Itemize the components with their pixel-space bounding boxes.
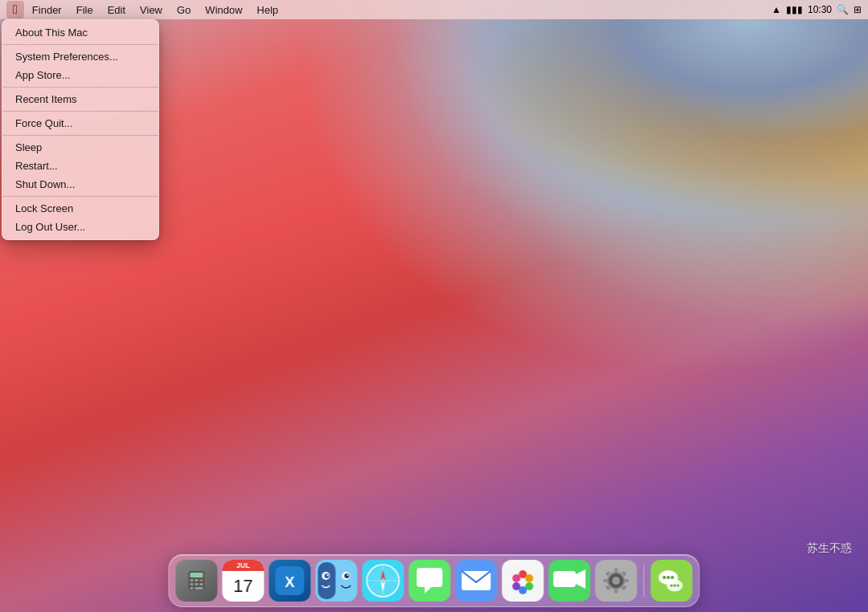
menu-restart[interactable]: Restart... xyxy=(2,157,158,175)
dock-container: JUL 17 X xyxy=(169,554,700,607)
menu-separator-3 xyxy=(2,111,158,112)
menubar:  Finder File Edit View Go Window Help ▲… xyxy=(0,0,868,19)
calendar-day: 17 xyxy=(223,571,264,602)
svg-rect-8 xyxy=(190,587,194,590)
svg-rect-5 xyxy=(190,583,194,585)
menubar-spotlight-icon[interactable]: 🔍 xyxy=(837,4,849,15)
dock-photos[interactable] xyxy=(502,560,544,602)
svg-point-59 xyxy=(677,585,679,587)
menu-lock-screen[interactable]: Lock Screen xyxy=(2,199,158,218)
menubar-window[interactable]: Window xyxy=(199,2,248,18)
svg-rect-7 xyxy=(200,583,203,585)
dock-safari[interactable] xyxy=(362,560,404,602)
svg-text:X: X xyxy=(285,574,294,590)
menu-log-out[interactable]: Log Out User... xyxy=(2,218,158,236)
calendar-month: JUL xyxy=(223,560,264,571)
menubar-battery-icon[interactable]: ▮▮▮ xyxy=(786,4,803,15)
dock-separator xyxy=(644,565,645,597)
svg-rect-14 xyxy=(338,562,355,599)
menu-force-quit[interactable]: Force Quit... xyxy=(2,114,158,133)
menubar-finder[interactable]: Finder xyxy=(26,2,68,18)
svg-rect-9 xyxy=(195,587,203,590)
dock-wechat[interactable] xyxy=(651,560,693,602)
dock: JUL 17 X xyxy=(169,554,700,607)
svg-point-42 xyxy=(612,577,620,585)
svg-rect-46 xyxy=(624,579,629,582)
svg-rect-13 xyxy=(318,562,336,599)
watermark: 苏生不惑 xyxy=(807,541,852,556)
dock-system-preferences[interactable] xyxy=(596,560,637,602)
svg-point-55 xyxy=(671,576,674,579)
svg-point-16 xyxy=(325,573,330,578)
svg-point-20 xyxy=(347,574,349,576)
dock-calculator[interactable] xyxy=(176,560,218,602)
menubar-file[interactable]: File xyxy=(70,2,100,18)
svg-point-58 xyxy=(674,585,676,587)
dock-messages[interactable] xyxy=(409,560,451,602)
svg-point-35 xyxy=(513,582,521,590)
menu-separator-5 xyxy=(2,196,158,197)
menu-separator-4 xyxy=(2,135,158,136)
svg-rect-2 xyxy=(190,579,194,581)
menu-sleep[interactable]: Sleep xyxy=(2,138,158,157)
menu-separator-2 xyxy=(2,87,158,88)
svg-rect-45 xyxy=(604,579,608,582)
menu-system-preferences[interactable]: System Preferences... xyxy=(2,47,158,66)
dock-xcode[interactable]: X xyxy=(269,560,311,602)
dock-calendar[interactable]: JUL 17 xyxy=(223,560,264,602)
svg-point-57 xyxy=(670,585,673,587)
menu-shut-down[interactable]: Shut Down... xyxy=(2,175,158,194)
svg-rect-44 xyxy=(615,589,618,594)
dock-facetime[interactable] xyxy=(549,560,591,602)
svg-point-53 xyxy=(663,576,666,579)
menubar-go[interactable]: Go xyxy=(170,2,197,18)
menubar-help[interactable]: Help xyxy=(251,2,285,18)
dock-finder[interactable] xyxy=(316,560,358,602)
apple-menu-button[interactable]:  xyxy=(6,1,24,18)
svg-rect-4 xyxy=(200,579,203,581)
apple-menu-dropdown: About This Mac System Preferences... App… xyxy=(2,19,159,240)
svg-rect-38 xyxy=(554,571,576,587)
dock-mail[interactable] xyxy=(456,560,497,602)
menubar-edit[interactable]: Edit xyxy=(101,2,132,18)
svg-point-19 xyxy=(345,573,350,578)
menubar-view[interactable]: View xyxy=(133,2,169,18)
menubar-wifi-icon[interactable]: ▲ xyxy=(772,4,781,15)
svg-rect-43 xyxy=(615,568,618,573)
svg-point-36 xyxy=(513,574,521,582)
svg-rect-3 xyxy=(195,579,199,581)
menubar-right-items: ▲ ▮▮▮ 10:30 🔍 ⊞ xyxy=(772,4,862,15)
svg-point-17 xyxy=(327,574,329,576)
svg-point-54 xyxy=(667,576,670,579)
menu-about-this-mac[interactable]: About This Mac xyxy=(2,23,158,42)
svg-rect-1 xyxy=(190,573,203,577)
svg-point-32 xyxy=(526,574,534,582)
svg-rect-6 xyxy=(195,583,199,585)
menu-separator-1 xyxy=(2,44,158,45)
menubar-control-center-icon[interactable]: ⊞ xyxy=(854,4,862,15)
menubar-clock[interactable]: 10:30 xyxy=(808,4,832,15)
menu-recent-items[interactable]: Recent Items xyxy=(2,90,158,108)
menu-app-store[interactable]: App Store... xyxy=(2,66,158,84)
